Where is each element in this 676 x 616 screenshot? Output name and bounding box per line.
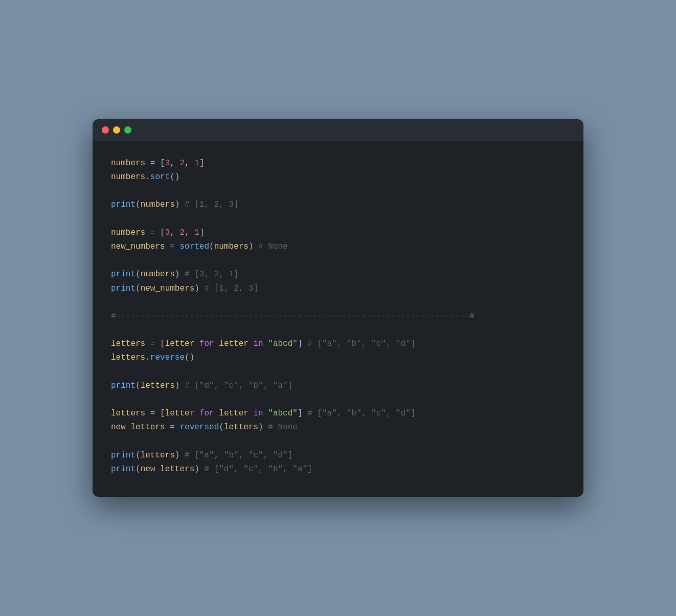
titlebar: [93, 119, 583, 141]
blank-line-4: [111, 296, 565, 310]
blank-line-6: [111, 365, 565, 379]
blank-line-2: [111, 212, 565, 226]
code-line-5: new_numbers = sorted(numbers) # None: [111, 240, 565, 254]
blank-line-8: [111, 435, 565, 449]
blank-line-1: [111, 184, 565, 198]
blank-line-3: [111, 254, 565, 268]
code-window: numbers = [3, 2, 1] numbers.sort() print…: [93, 119, 583, 497]
code-line-8: letters = [letter for letter in "abcd"] …: [111, 337, 565, 351]
code-line-9: letters.reverse(): [111, 351, 565, 365]
code-line-10: print(letters) # ["d", "c", "b", "a"]: [111, 379, 565, 393]
code-line-2: numbers.sort(): [111, 170, 565, 184]
code-line-4: numbers = [3, 2, 1]: [111, 226, 565, 240]
close-button[interactable]: [102, 126, 109, 134]
code-line-14: print(new_letters) # ["d", "c", "b", "a"…: [111, 463, 565, 476]
code-line-7: print(new_numbers) # [1, 2, 3]: [111, 282, 565, 296]
code-line-1: numbers = [3, 2, 1]: [111, 157, 565, 170]
blank-line-5: [111, 323, 565, 337]
separator-line: #---------------------------------------…: [111, 310, 565, 323]
code-line-11: letters = [letter for letter in "abcd"] …: [111, 407, 565, 421]
code-line-6: print(numbers) # [3, 2, 1]: [111, 268, 565, 281]
blank-line-7: [111, 393, 565, 407]
code-content: numbers = [3, 2, 1] numbers.sort() print…: [93, 141, 583, 497]
maximize-button[interactable]: [124, 126, 131, 134]
code-line-13: print(letters) # ["a", "b", "c", "d"]: [111, 449, 565, 463]
code-line-12: new_letters = reversed(letters) # None: [111, 421, 565, 434]
code-line-3: print(numbers) # [1, 2, 3]: [111, 198, 565, 212]
minimize-button[interactable]: [113, 126, 120, 134]
